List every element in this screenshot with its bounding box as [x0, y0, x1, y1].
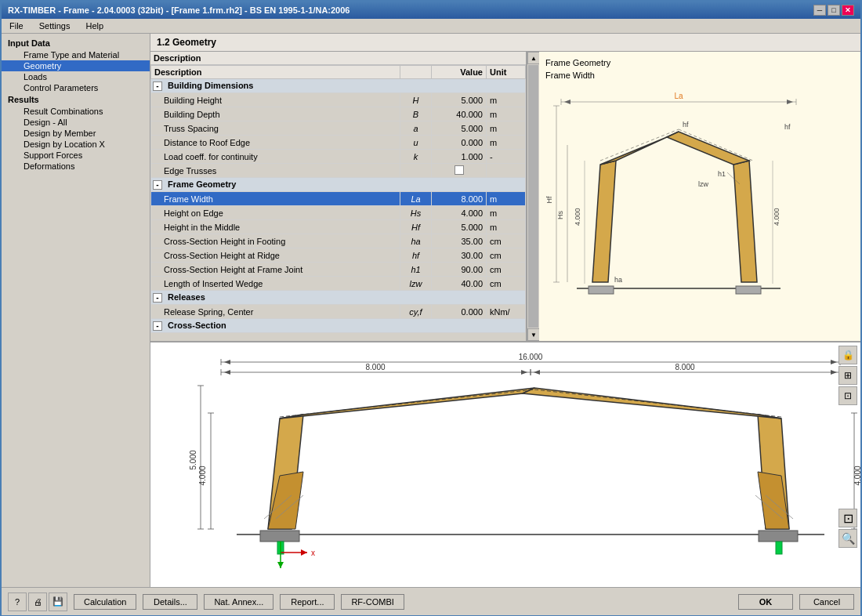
table-row: Cross-Section Height at Ridge hf 30.00 c…	[151, 248, 526, 263]
val-release-spring[interactable]: 0.000	[432, 305, 487, 319]
param-table-container[interactable]: Description Value Unit	[150, 65, 526, 341]
sidebar-item-deformations[interactable]: Deformations	[2, 161, 150, 172]
sidebar-item-design-member[interactable]: Design by Member	[2, 128, 150, 139]
unit-building-height: m	[487, 93, 526, 107]
title-bar: RX-TIMBER - Frame - 2.04.0003 (32bit) - …	[2, 2, 860, 19]
sidebar-item-frame-type[interactable]: Frame Type and Material	[2, 49, 150, 60]
lock-button[interactable]: 🔒	[838, 346, 857, 364]
unit-building-depth: m	[487, 107, 526, 121]
rf-combi-button[interactable]: RF-COMBI	[341, 594, 404, 610]
ok-button[interactable]: OK	[738, 594, 793, 610]
desc-edge-trusses: Edge Trusses	[151, 164, 400, 178]
zoom-in-button[interactable]: 🔍	[838, 529, 857, 548]
scroll-up-button[interactable]: ▲	[527, 52, 540, 64]
collapse-releases-icon[interactable]: -	[153, 293, 162, 303]
param-scrollbar[interactable]: ▲ ▼	[527, 52, 539, 341]
maximize-button[interactable]: □	[828, 5, 840, 16]
svg-text:La: La	[674, 92, 683, 100]
svg-text:4.000: 4.000	[773, 208, 781, 226]
sym-edge-trusses	[400, 164, 432, 178]
sym-load-coeff: k	[400, 150, 432, 164]
svg-line-17	[600, 129, 679, 161]
collapse-frame-icon[interactable]: -	[153, 180, 162, 190]
val-building-depth[interactable]: 40.000	[432, 107, 487, 121]
svg-text:5.000: 5.000	[190, 450, 197, 469]
sidebar-item-support-forces[interactable]: Support Forces	[2, 150, 150, 161]
section-cross-label: Cross-Section	[168, 321, 226, 330]
table-row: Building Depth B 40.000 m	[151, 107, 526, 121]
col-value: Value	[432, 66, 487, 79]
scroll-down-button[interactable]: ▼	[527, 328, 540, 341]
sym-release-spring: cy,f	[400, 305, 432, 319]
desc-truss-spacing: Truss Spacing	[151, 121, 400, 136]
sidebar-item-design-all[interactable]: Design - All	[2, 117, 150, 128]
menu-bar: File Settings Help	[2, 19, 860, 34]
section-frame-geometry: - Frame Geometry	[151, 178, 526, 192]
svg-rect-21	[736, 286, 761, 294]
report-button[interactable]: Report...	[280, 594, 335, 610]
val-cs-frame-joint[interactable]: 90.00	[432, 263, 487, 277]
svg-marker-14	[733, 161, 757, 282]
diagram-title: Frame Geometry	[545, 58, 854, 67]
val-wedge[interactable]: 40.00	[432, 277, 487, 291]
desc-building-height: Building Height	[151, 93, 400, 107]
edge-trusses-checkbox[interactable]	[455, 165, 464, 175]
file-menu[interactable]: File	[5, 20, 28, 31]
unit-cs-footing: cm	[487, 234, 526, 248]
val-cs-footing[interactable]: 35.00	[432, 234, 487, 248]
frame-geometry-diagram: La hf Hf	[545, 86, 812, 313]
section-releases-label: Releases	[168, 292, 205, 302]
svg-text:h1: h1	[718, 170, 726, 178]
cancel-button[interactable]: Cancel	[799, 594, 854, 610]
details-button[interactable]: Details...	[143, 594, 197, 610]
table-row: Release Spring, Center cy,f 0.000 kNm/	[151, 305, 526, 319]
val-cs-ridge[interactable]: 30.00	[432, 248, 487, 263]
val-edge-trusses[interactable]	[432, 164, 487, 178]
close-button[interactable]: ✕	[842, 5, 854, 16]
copy-button[interactable]: ⊞	[838, 366, 857, 385]
collapse-building-icon[interactable]: -	[153, 82, 162, 91]
bottom-toolbar: 🔒 ⊞ ⊡	[838, 346, 857, 405]
sidebar-item-design-location[interactable]: Design by Location X	[2, 139, 150, 150]
collapse-cross-icon[interactable]: -	[153, 321, 162, 331]
desc-frame-width: Frame Width	[151, 192, 400, 206]
sym-cs-footing: ha	[400, 234, 432, 248]
right-content: 1.2 Geometry Description	[150, 34, 860, 587]
val-frame-width[interactable]: 8.000	[432, 192, 487, 206]
val-load-coeff[interactable]: 1.000	[432, 150, 487, 164]
footer-icons: ? 🖨 💾	[8, 592, 67, 611]
nat-annex-button[interactable]: Nat. Annex...	[204, 594, 273, 610]
table-row: Building Height H 5.000 m	[151, 93, 526, 107]
col-unit: Unit	[487, 66, 526, 79]
settings-menu[interactable]: Settings	[34, 20, 75, 31]
help-menu[interactable]: Help	[81, 20, 108, 31]
sidebar-item-control-params[interactable]: Control Parameters	[2, 82, 150, 93]
section-building-label: Building Dimensions	[168, 81, 253, 90]
table-row-frame-width[interactable]: Frame Width La 8.000 m	[151, 192, 526, 206]
desc-building-depth: Building Depth	[151, 107, 400, 121]
table-row: Cross-Section Height at Frame Joint h1 9…	[151, 263, 526, 277]
val-height-edge[interactable]: 4.000	[432, 206, 487, 220]
col-symbol	[400, 66, 432, 79]
svg-text:4.000: 4.000	[574, 208, 581, 226]
val-building-height[interactable]: 5.000	[432, 93, 487, 107]
zoom-fit-button[interactable]: ⊡	[838, 509, 857, 527]
sym-frame-width: La	[400, 192, 432, 206]
param-table: Description Value Unit	[150, 65, 526, 333]
minimize-button[interactable]: ─	[813, 5, 826, 16]
print-icon[interactable]: 🖨	[28, 592, 47, 611]
diagram-button[interactable]: ⊡	[838, 386, 857, 405]
save-icon[interactable]: 💾	[49, 592, 67, 611]
desc-height-middle: Height in the Middle	[151, 220, 400, 234]
sidebar-item-loads[interactable]: Loads	[2, 71, 150, 82]
calculation-button[interactable]: Calculation	[74, 594, 136, 610]
svg-marker-78	[277, 562, 284, 568]
sym-cs-ridge: hf	[400, 248, 432, 263]
val-truss-spacing[interactable]: 5.000	[432, 121, 487, 136]
sidebar-item-result-combinations[interactable]: Result Combinations	[2, 106, 150, 117]
scroll-thumb[interactable]	[528, 65, 538, 328]
help-icon[interactable]: ?	[8, 592, 27, 611]
sidebar-item-geometry[interactable]: Geometry	[2, 60, 150, 71]
val-roof-edge[interactable]: 0.000	[432, 136, 487, 150]
val-height-middle[interactable]: 5.000	[432, 220, 487, 234]
